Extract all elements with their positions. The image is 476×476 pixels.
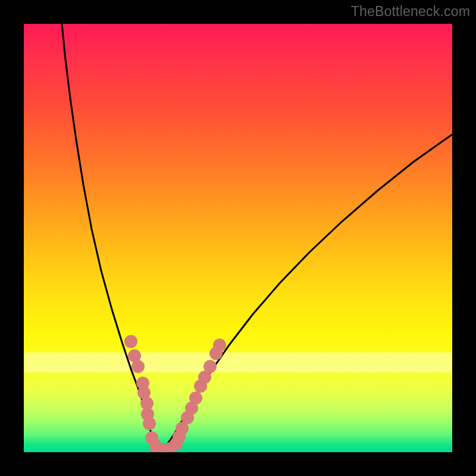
marker-dot xyxy=(131,360,145,373)
marker-dot xyxy=(143,417,156,430)
plot-area xyxy=(24,24,452,452)
marker-dot xyxy=(124,335,137,348)
marker-dot xyxy=(213,339,226,352)
marker-dots xyxy=(124,335,226,452)
chart-svg xyxy=(24,24,452,452)
marker-dot xyxy=(189,392,202,405)
right-curve xyxy=(162,134,452,449)
watermark-text: TheBottleneck.com xyxy=(351,4,470,20)
marker-dot xyxy=(203,360,217,373)
black-frame: TheBottleneck.com xyxy=(0,0,476,476)
